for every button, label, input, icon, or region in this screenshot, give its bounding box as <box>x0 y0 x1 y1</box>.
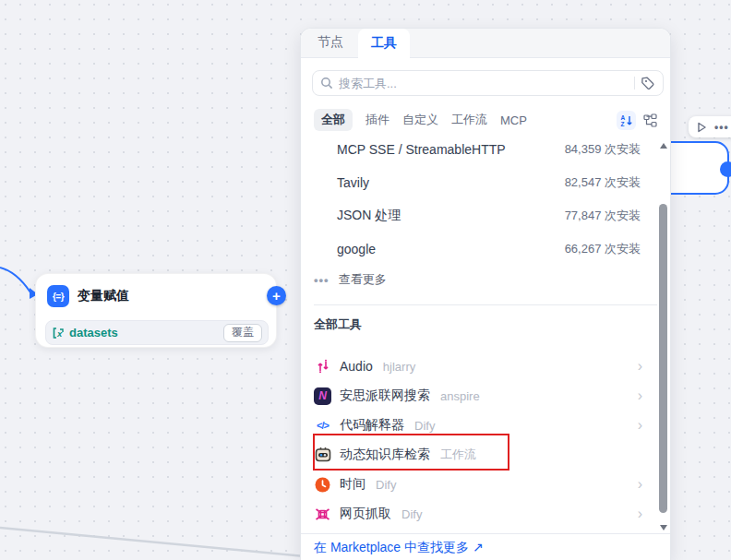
anspire-icon: N <box>314 387 331 405</box>
tool-author: 工作流 <box>440 447 476 463</box>
node-title: 变量赋值 <box>78 288 129 304</box>
overwrite-badge: 覆盖 <box>223 324 262 342</box>
tool-name: 代码解释器 <box>340 417 404 434</box>
filter-mcp[interactable]: MCP <box>500 113 527 127</box>
svg-text:A: A <box>621 114 626 121</box>
svg-text:Z: Z <box>621 121 625 127</box>
tool-name: 动态知识库检索 <box>340 447 430 463</box>
tool-name: Audio <box>340 359 373 374</box>
tool-row-dynamic-knowledge-retrieval[interactable]: 动态知识库检索 工作流 <box>301 440 670 470</box>
section-title: 全部工具 <box>314 316 657 333</box>
chevron-right-icon: › <box>638 359 642 374</box>
filter-workflow[interactable]: 工作流 <box>451 112 487 128</box>
divider <box>314 304 657 305</box>
tool-row-anspire[interactable]: N 安思派联网搜索 anspire › <box>301 381 670 411</box>
play-icon[interactable] <box>696 122 707 133</box>
plugin-name: google <box>337 242 376 256</box>
tool-author: Dify <box>414 419 435 433</box>
tree-view-button[interactable] <box>641 111 659 129</box>
filter-plugins[interactable]: 插件 <box>366 112 389 128</box>
node-header: {=} 变量赋值 <box>36 274 276 307</box>
add-next-node-button[interactable]: + <box>267 286 286 305</box>
chevron-right-icon: › <box>638 506 642 521</box>
sort-button[interactable]: A Z <box>617 111 636 130</box>
variable-assigner-node[interactable]: {=} 变量赋值 + x datasets 覆盖 <box>35 273 277 348</box>
list-item[interactable]: Tavily 82,547 次安装 <box>301 166 670 199</box>
tool-row-audio[interactable]: Audio hjlarry › <box>301 351 670 381</box>
tag-icon[interactable] <box>641 76 655 90</box>
scrollbar-thumb[interactable] <box>659 204 667 513</box>
tool-author: hjlarry <box>383 360 415 374</box>
search-input[interactable] <box>339 77 629 90</box>
marketplace-link[interactable]: 在 Marketplace 中查找更多 ↗ <box>314 540 484 556</box>
install-count: 82,547 次安装 <box>565 174 641 191</box>
scroll-up-arrow-icon[interactable] <box>660 143 667 149</box>
tool-author: Dify <box>376 478 396 492</box>
chevron-right-icon: › <box>638 388 642 403</box>
divider <box>634 77 635 89</box>
audio-icon <box>314 358 331 375</box>
chevron-right-icon: › <box>638 418 642 433</box>
spider-icon <box>314 506 331 523</box>
plugin-name: JSON 处理 <box>337 208 401 224</box>
search-icon <box>320 77 333 89</box>
tool-row-code-interpreter[interactable]: </> 代码解释器 Dify › <box>301 411 670 440</box>
variable-assigner-icon: {=} <box>47 285 69 307</box>
scroll-down-arrow-icon[interactable] <box>660 525 667 530</box>
search-box[interactable] <box>312 70 664 96</box>
tab-nodes[interactable]: 节点 <box>312 28 349 57</box>
node-action-toolbar: ••• <box>689 116 731 137</box>
tree-icon <box>643 113 657 127</box>
panel-footer: 在 Marketplace 中查找更多 ↗ <box>301 533 670 560</box>
plugin-name: MCP SSE / StreamableHTTP <box>337 142 506 157</box>
variable-name: datasets <box>69 326 219 340</box>
sort-alpha-icon: A Z <box>619 113 633 127</box>
robot-icon <box>314 447 331 464</box>
list-item[interactable]: google 66,267 次安装 <box>301 232 670 266</box>
list-item[interactable]: JSON 处理 77,847 次安装 <box>301 199 670 232</box>
list-item[interactable]: MCP SSE / StreamableHTTP 84,359 次安装 <box>301 133 670 166</box>
more-actions-icon[interactable]: ••• <box>714 121 729 134</box>
variable-row[interactable]: x datasets 覆盖 <box>45 320 269 345</box>
ellipsis-icon: ••• <box>314 273 330 287</box>
code-icon: </> <box>314 417 331 435</box>
scrollbar[interactable] <box>658 139 669 534</box>
chevron-right-icon: › <box>638 477 642 492</box>
clock-icon <box>314 476 331 494</box>
variable-icon: x <box>52 327 65 340</box>
tool-row-web-scraper[interactable]: 网页抓取 Dify › <box>301 499 670 529</box>
tools-panel: 节点 工具 全部 插件 自定义 工作流 MCP A Z <box>300 28 671 560</box>
tool-author: Dify <box>401 507 422 521</box>
tool-name: 安思派联网搜索 <box>340 387 430 404</box>
install-count: 66,267 次安装 <box>565 241 641 257</box>
tool-name: 网页抓取 <box>340 506 391 522</box>
filter-custom[interactable]: 自定义 <box>402 112 438 128</box>
plugin-name: Tavily <box>337 175 369 190</box>
tools-list: MCP SSE / StreamableHTTP 84,359 次安装 Tavi… <box>301 133 670 533</box>
install-count: 84,359 次安装 <box>565 141 641 158</box>
tool-name: 时间 <box>340 476 366 493</box>
view-more-label: 查看更多 <box>339 271 387 288</box>
filter-chips: 全部 插件 自定义 工作流 MCP A Z <box>314 110 659 130</box>
panel-tabbar: 节点 工具 <box>301 29 670 58</box>
view-more-button[interactable]: ••• 查看更多 <box>301 266 670 293</box>
tab-tools[interactable]: 工具 <box>358 29 410 58</box>
tool-row-time[interactable]: 时间 Dify › <box>301 470 670 499</box>
node-output-handle[interactable] <box>720 161 731 177</box>
install-count: 77,847 次安装 <box>565 208 641 224</box>
tool-author: anspire <box>440 389 480 403</box>
filter-all[interactable]: 全部 <box>314 109 353 131</box>
